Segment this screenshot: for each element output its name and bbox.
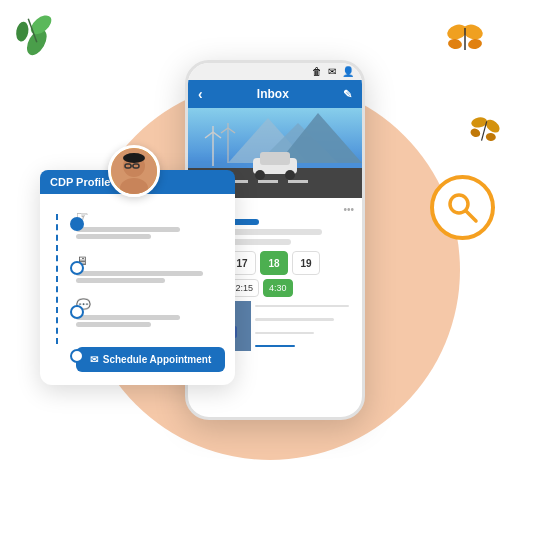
bar-r2 [255,318,334,320]
scene: 🗑 ✉ 👤 ‹ Inbox ✎ [0,0,540,560]
svg-point-27 [285,170,295,180]
svg-point-11 [469,127,481,138]
bar-r1 [255,305,349,307]
date-19[interactable]: 19 [292,251,320,275]
time-4-30[interactable]: 4:30 [263,279,293,297]
svg-point-6 [447,38,463,50]
svg-point-48 [123,153,145,163]
user-icon[interactable]: 👤 [342,66,354,77]
schedule-appointment-button[interactable]: ✉ Schedule Appointment [76,347,225,372]
tl-bar-3b [76,322,151,327]
mail-icon[interactable]: ✉ [328,66,336,77]
timeline-item-4: ✉ Schedule Appointment [70,339,225,372]
svg-point-7 [467,38,483,50]
search-icon-circle [430,175,495,240]
timeline-dot-2 [70,261,84,275]
schedule-button-label: Schedule Appointment [103,354,212,365]
leaves-decoration [6,0,79,75]
timeline-dot-1 [70,217,84,231]
svg-point-12 [485,133,496,142]
svg-rect-23 [288,180,308,183]
tl-bar-2a [76,271,203,276]
butterfly-bottom-right [464,111,503,151]
date-18[interactable]: 18 [260,251,288,275]
tl-bar-3a [76,315,180,320]
butterfly-top-right [445,20,485,61]
svg-point-2 [15,21,30,43]
inbox-title: Inbox [257,87,289,101]
svg-rect-22 [258,180,278,183]
tl-bar-1a [76,227,180,232]
bar-r4 [255,345,295,347]
content-bars-right [255,301,354,351]
tl-bar-2b [76,278,165,283]
timeline-dot-3 [70,305,84,319]
svg-rect-25 [260,152,290,165]
timeline-item-3: 💬 [70,295,225,329]
user-avatar [108,145,160,197]
back-button[interactable]: ‹ [198,86,203,102]
cdp-card-body: ☞ 🖥 [40,194,235,385]
edit-icon[interactable]: ✎ [343,88,352,101]
svg-line-15 [466,211,476,221]
timeline-item-1: ☞ [70,207,225,241]
phone-top-bar: ‹ Inbox ✎ [188,80,362,108]
schedule-mail-icon: ✉ [90,354,98,365]
cdp-profile-label: CDP Profile [50,176,110,188]
svg-point-26 [255,170,265,180]
timeline-item-2: 🖥 [70,251,225,285]
search-icon [444,189,482,227]
bar-r3 [255,332,314,334]
tl-bar-1b [76,234,151,239]
trash-icon[interactable]: 🗑 [312,66,322,77]
cdp-profile-card: CDP Profile ☞ [40,170,235,385]
timeline-dot-4 [70,349,84,363]
